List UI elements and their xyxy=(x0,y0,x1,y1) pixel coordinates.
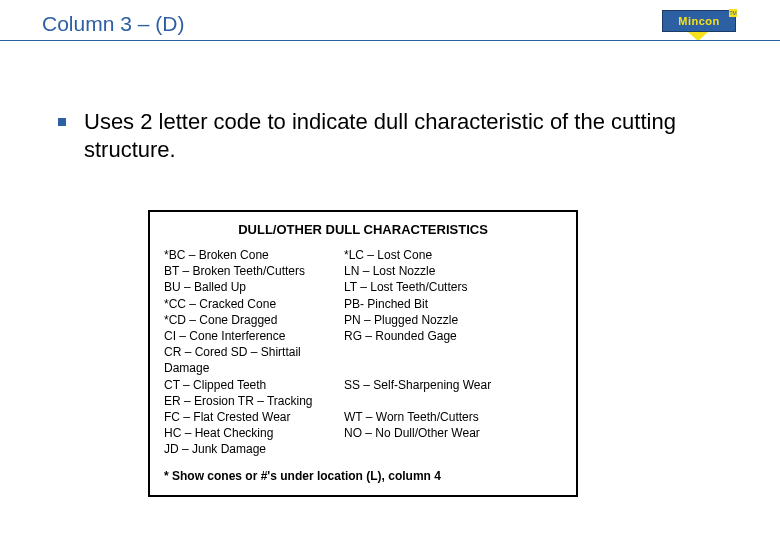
table-footnote: * Show cones or #'s under location (L), … xyxy=(164,469,562,483)
code-left: CR – Cored SD – Shirttail Damage xyxy=(164,344,344,376)
code-row: ER – Erosion TR – Tracking xyxy=(164,393,562,409)
code-left: *CC – Cracked Cone xyxy=(164,296,344,312)
code-left: *BC – Broken Cone xyxy=(164,247,344,263)
code-left: JD – Junk Damage xyxy=(164,441,344,457)
code-left: HC – Heat Checking xyxy=(164,425,344,441)
code-row: JD – Junk Damage xyxy=(164,441,562,457)
bullet-text: Uses 2 letter code to indicate dull char… xyxy=(84,108,720,163)
code-row: CI – Cone Interference RG – Rounded Gage xyxy=(164,328,562,344)
code-row: *BC – Broken Cone *LC – Lost Cone xyxy=(164,247,562,263)
title-underline xyxy=(0,40,780,41)
code-right: WT – Worn Teeth/Cutters xyxy=(344,409,562,425)
code-row: *CD – Cone Dragged PN – Plugged Nozzle xyxy=(164,312,562,328)
code-row: CR – Cored SD – Shirttail Damage xyxy=(164,344,562,376)
slide-title: Column 3 – (D) xyxy=(42,12,184,36)
code-row: HC – Heat Checking NO – No Dull/Other We… xyxy=(164,425,562,441)
code-right: RG – Rounded Gage xyxy=(344,328,562,344)
codes-list: *BC – Broken Cone *LC – Lost Cone BT – B… xyxy=(164,247,562,457)
code-left: BU – Balled Up xyxy=(164,279,344,295)
code-right: *LC – Lost Cone xyxy=(344,247,562,263)
logo-text: Mincon xyxy=(678,15,720,27)
code-row: *CC – Cracked Cone PB- Pinched Bit xyxy=(164,296,562,312)
code-left: CT – Clipped Teeth xyxy=(164,377,344,393)
body-area: Uses 2 letter code to indicate dull char… xyxy=(58,108,720,163)
code-left: FC – Flat Crested Wear xyxy=(164,409,344,425)
code-row: CT – Clipped Teeth SS – Self-Sharpening … xyxy=(164,377,562,393)
code-left: *CD – Cone Dragged xyxy=(164,312,344,328)
trademark-badge: TM xyxy=(729,9,737,17)
code-right: PB- Pinched Bit xyxy=(344,296,562,312)
bullet-icon xyxy=(58,118,66,126)
logo-box: Mincon TM xyxy=(662,10,736,32)
code-left: CI – Cone Interference xyxy=(164,328,344,344)
code-right: SS – Self-Sharpening Wear xyxy=(344,377,562,393)
code-right: PN – Plugged Nozzle xyxy=(344,312,562,328)
code-right: NO – No Dull/Other Wear xyxy=(344,425,562,441)
slide: Column 3 – (D) Mincon TM Uses 2 letter c… xyxy=(0,0,780,539)
brand-logo: Mincon TM xyxy=(662,10,734,40)
bullet-item: Uses 2 letter code to indicate dull char… xyxy=(58,108,720,163)
table-heading: DULL/OTHER DULL CHARACTERISTICS xyxy=(164,222,562,237)
code-row: FC – Flat Crested Wear WT – Worn Teeth/C… xyxy=(164,409,562,425)
title-bar: Column 3 – (D) Mincon TM xyxy=(0,6,780,42)
code-row: BT – Broken Teeth/Cutters LN – Lost Nozz… xyxy=(164,263,562,279)
code-right: LT – Lost Teeth/Cutters xyxy=(344,279,562,295)
code-row: BU – Balled Up LT – Lost Teeth/Cutters xyxy=(164,279,562,295)
code-left: ER – Erosion TR – Tracking xyxy=(164,393,344,409)
code-right xyxy=(344,344,562,376)
code-right xyxy=(344,393,562,409)
characteristics-box: DULL/OTHER DULL CHARACTERISTICS *BC – Br… xyxy=(148,210,578,497)
code-right: LN – Lost Nozzle xyxy=(344,263,562,279)
code-left: BT – Broken Teeth/Cutters xyxy=(164,263,344,279)
code-right xyxy=(344,441,562,457)
